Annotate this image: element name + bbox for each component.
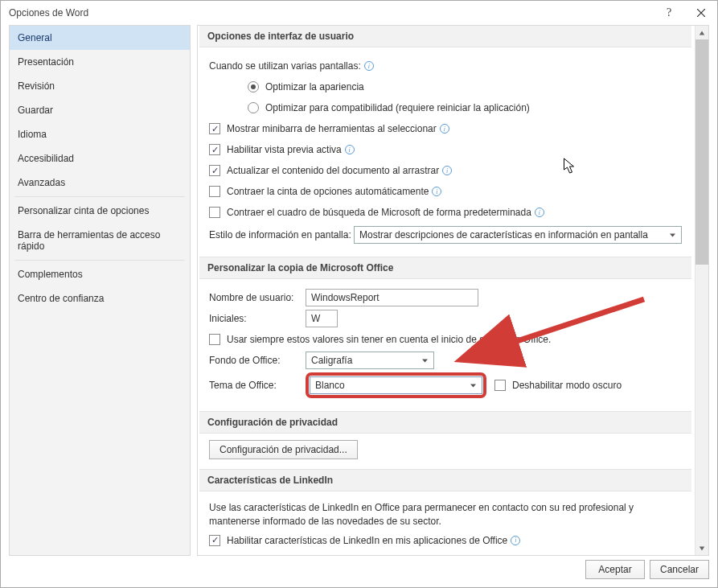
sidebar-item-revision[interactable]: Revisión	[10, 74, 190, 98]
check-update-drag[interactable]	[209, 165, 220, 176]
section-personalize-title: Personalizar la copia de Microsoft Offic…	[199, 257, 691, 279]
main-panel: Opciones de interfaz de usuario Cuando s…	[197, 25, 709, 556]
scrollbar-track[interactable]	[695, 265, 708, 541]
chevron-down-icon	[467, 380, 478, 391]
section-ui-body: Cuando se utilizan varias pantallas: Opt…	[199, 47, 691, 253]
check-collapse-ribbon[interactable]	[209, 186, 220, 197]
section-linkedin-body: Use las características de LinkedIn en O…	[199, 491, 691, 555]
sidebar-item-avanzadas[interactable]: Avanzadas	[10, 171, 190, 195]
svg-marker-4	[470, 384, 476, 387]
tips-style-label: Estilo de información en pantalla:	[209, 229, 354, 241]
office-bg-dropdown[interactable]: Caligrafía	[306, 352, 434, 369]
check-collapse-search-label: Contraer el cuadro de búsqueda de Micros…	[227, 207, 531, 218]
main-scroll-content: Opciones de interfaz de usuario Cuando s…	[198, 26, 695, 555]
check-disable-darkmode-label: Deshabilitar modo oscuro	[512, 380, 622, 391]
check-livepreview[interactable]	[209, 144, 220, 155]
initials-input[interactable]	[306, 310, 338, 327]
svg-marker-2	[670, 233, 675, 236]
check-minibar-label: Mostrar minibarra de herramientas al sel…	[227, 123, 437, 134]
sidebar-item-centro-confianza[interactable]: Centro de confianza	[10, 286, 190, 310]
chevron-down-icon	[419, 355, 430, 366]
close-button[interactable]	[685, 1, 717, 25]
info-icon[interactable]	[364, 61, 374, 71]
radio-optimize-compat-label: Optimizar para compatibilidad (requiere …	[265, 102, 530, 113]
section-ui-title: Opciones de interfaz de usuario	[199, 26, 691, 47]
office-bg-label: Fondo de Office:	[209, 355, 306, 366]
window-title: Opciones de Word	[9, 7, 88, 19]
sidebar-separator	[14, 260, 185, 261]
check-update-drag-label: Actualizar el contenido del documento al…	[227, 165, 439, 176]
check-linkedin-enable[interactable]	[209, 535, 220, 546]
svg-marker-3	[422, 359, 428, 362]
info-icon[interactable]	[345, 145, 355, 154]
privacy-settings-button[interactable]: Configuración de privacidad...	[209, 440, 358, 459]
section-personalize-body: Nombre de usuario: Iniciales: Usar siemp…	[199, 279, 691, 408]
sidebar-item-guardar[interactable]: Guardar	[10, 98, 190, 122]
sidebar-item-accesibilidad[interactable]: Accesibilidad	[10, 146, 190, 171]
info-icon[interactable]	[432, 187, 441, 196]
sidebar-item-barra-acceso-rapido[interactable]: Barra de herramientas de acceso rápido	[10, 223, 190, 258]
office-theme-label: Tema de Office:	[209, 380, 306, 391]
vertical-scrollbar[interactable]	[695, 26, 708, 555]
office-theme-highlight: Blanco	[306, 372, 486, 398]
initials-label: Iniciales:	[209, 313, 306, 324]
multi-display-label: Cuando se utilizan varias pantallas:	[209, 60, 361, 72]
check-collapse-ribbon-label: Contraer la cinta de opciones automática…	[227, 186, 429, 197]
tips-style-value: Mostrar descripciones de características…	[359, 229, 648, 241]
section-privacy-body: Configuración de privacidad...	[199, 434, 691, 466]
radio-optimize-appearance-label: Optimizar la apariencia	[265, 81, 364, 93]
sidebar-item-personalizar-cinta[interactable]: Personalizar cinta de opciones	[10, 199, 190, 223]
sidebar-separator	[14, 196, 185, 197]
ok-button[interactable]: Aceptar	[585, 560, 645, 579]
check-minibar[interactable]	[209, 123, 220, 134]
check-collapse-search[interactable]	[209, 207, 220, 218]
check-disable-darkmode[interactable]	[494, 380, 506, 391]
info-icon[interactable]	[442, 166, 452, 175]
radio-optimize-compat[interactable]	[248, 102, 259, 113]
username-label: Nombre de usuario:	[209, 292, 306, 303]
cancel-button[interactable]: Cancelar	[650, 560, 709, 579]
radio-optimize-appearance[interactable]	[248, 81, 259, 93]
sidebar: General Presentación Revisión Guardar Id…	[9, 25, 191, 556]
linkedin-desc: Use las características de LinkedIn en O…	[209, 501, 643, 528]
info-icon[interactable]	[511, 536, 520, 545]
check-always-values-label: Usar siempre estos valores sin tener en …	[227, 334, 551, 345]
office-bg-value: Caligrafía	[311, 355, 352, 366]
svg-marker-6	[700, 546, 704, 550]
help-button[interactable]: ?	[653, 1, 685, 25]
sidebar-item-presentacion[interactable]: Presentación	[10, 50, 190, 74]
check-always-values[interactable]	[209, 334, 220, 345]
office-theme-dropdown[interactable]: Blanco	[310, 376, 482, 394]
titlebar: Opciones de Word ?	[1, 1, 717, 25]
sidebar-item-idioma[interactable]: Idioma	[10, 122, 190, 146]
check-livepreview-label: Habilitar vista previa activa	[227, 144, 342, 155]
dialog-body: General Presentación Revisión Guardar Id…	[1, 25, 717, 556]
svg-marker-5	[700, 31, 704, 35]
section-linkedin-title: Características de LinkedIn	[199, 469, 691, 491]
username-input[interactable]	[306, 289, 478, 306]
sidebar-item-general[interactable]: General	[10, 26, 190, 50]
window-controls: ?	[653, 1, 717, 25]
info-icon[interactable]	[440, 124, 449, 134]
scroll-up-button[interactable]	[695, 26, 708, 39]
scroll-down-button[interactable]	[695, 541, 708, 555]
office-theme-value: Blanco	[315, 380, 345, 391]
dialog-footer: Aceptar Cancelar	[1, 556, 717, 583]
close-icon	[697, 9, 705, 17]
sidebar-item-complementos[interactable]: Complementos	[10, 262, 190, 286]
info-icon[interactable]	[535, 208, 544, 217]
check-linkedin-enable-label: Habilitar características de LinkedIn en…	[227, 535, 507, 546]
section-privacy-title: Configuración de privacidad	[199, 411, 691, 434]
tips-style-dropdown[interactable]: Mostrar descripciones de características…	[354, 226, 682, 244]
scrollbar-thumb[interactable]	[695, 39, 708, 265]
chevron-down-icon	[667, 229, 678, 241]
